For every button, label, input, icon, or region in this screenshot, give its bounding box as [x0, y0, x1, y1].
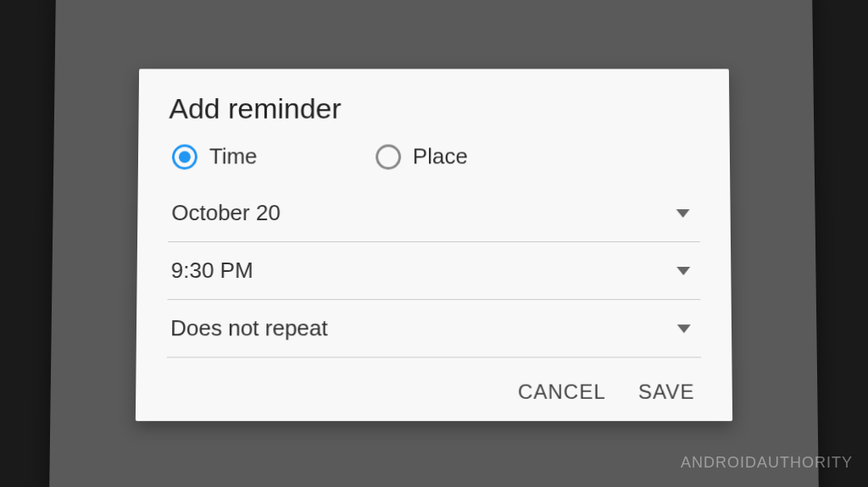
dialog-actions: CANCEL SAVE — [166, 379, 701, 403]
date-value: October 20 — [171, 200, 281, 226]
watermark-brand1: ANDROID — [681, 454, 757, 471]
add-reminder-dialog: Add reminder Time Place October 20 9:30 … — [136, 69, 732, 421]
watermark: ANDROIDAUTHORITY — [681, 454, 853, 472]
chevron-down-icon — [676, 208, 690, 217]
chevron-down-icon — [677, 324, 691, 332]
radio-place-label: Place — [413, 143, 468, 169]
reminder-type-radio-group: Time Place — [169, 143, 699, 169]
repeat-dropdown[interactable]: Does not repeat — [167, 300, 701, 357]
time-dropdown[interactable]: 9:30 PM — [167, 242, 700, 300]
radio-selected-icon — [172, 143, 198, 169]
watermark-brand2: AUTHORITY — [757, 454, 853, 471]
repeat-value: Does not repeat — [170, 315, 328, 341]
radio-time-option[interactable]: Time — [172, 143, 258, 169]
radio-place-option[interactable]: Place — [376, 143, 468, 169]
cancel-button[interactable]: CANCEL — [518, 379, 606, 403]
radio-time-label: Time — [209, 143, 258, 169]
dialog-title: Add reminder — [169, 92, 698, 125]
chevron-down-icon — [676, 266, 690, 274]
time-value: 9:30 PM — [171, 257, 253, 283]
save-button[interactable]: SAVE — [638, 379, 695, 403]
radio-unselected-icon — [376, 143, 401, 169]
radio-dot-icon — [179, 150, 191, 162]
date-dropdown[interactable]: October 20 — [168, 185, 700, 242]
phone-frame: Add reminder Time Place October 20 9:30 … — [49, 0, 819, 487]
